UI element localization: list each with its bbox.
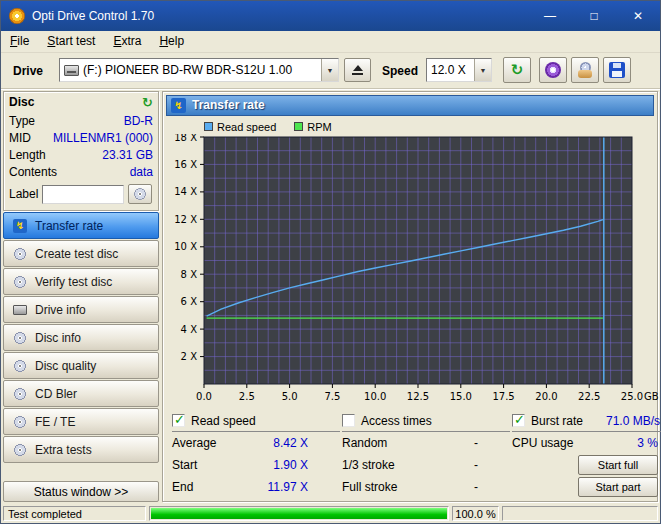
random-value: - xyxy=(406,436,478,450)
transfer-rate-icon: ↯ xyxy=(171,98,186,113)
menu-item-start-test[interactable]: Start test xyxy=(38,31,104,52)
burn-disc-button[interactable] xyxy=(571,57,599,83)
app-icon xyxy=(9,8,25,24)
start-value: 1.90 X xyxy=(236,458,308,472)
random-row: Random - xyxy=(342,436,510,450)
svg-text:6 X: 6 X xyxy=(181,296,198,307)
disc-field-length: Length 23.31 GB xyxy=(9,146,153,163)
window-title: Opti Drive Control 1.70 xyxy=(32,9,154,23)
progress-fill xyxy=(151,508,447,519)
disc-icon xyxy=(134,188,146,200)
disc-icon xyxy=(13,275,27,289)
sidebar-item-create-test-disc[interactable]: Create test disc xyxy=(3,240,159,267)
field-value: BD-R xyxy=(124,114,153,128)
sidebar-item-label: Verify test disc xyxy=(35,275,112,289)
menu-item-extra[interactable]: Extra xyxy=(104,31,150,52)
close-button[interactable]: ✕ xyxy=(616,1,660,31)
field-value: 23.31 GB xyxy=(102,148,153,162)
sidebar-item-label: Disc info xyxy=(35,331,81,345)
cpu-usage-value: 3 % xyxy=(637,436,658,450)
eject-icon xyxy=(352,65,363,75)
svg-text:14 X: 14 X xyxy=(174,187,197,198)
start-full-button[interactable]: Start full xyxy=(578,455,658,475)
chevron-down-icon[interactable]: ▼ xyxy=(321,59,338,81)
disc-icon xyxy=(13,387,27,401)
drive-icon xyxy=(13,305,27,315)
statusbar: Test completed 100.0 % xyxy=(1,504,660,523)
svg-text:8 X: 8 X xyxy=(181,269,198,280)
read-speed-checkbox[interactable] xyxy=(172,414,185,427)
field-value[interactable]: data xyxy=(130,165,153,179)
field-label: MID xyxy=(9,131,31,145)
refresh-drives-button[interactable]: ↻ xyxy=(503,57,531,83)
burst-rate-checkbox[interactable] xyxy=(512,414,525,427)
speed-combobox-value: 12.0 X xyxy=(427,63,474,77)
chart-legend: Read speed RPM xyxy=(204,121,654,134)
transfer-rate-icon: ↯ xyxy=(13,219,27,233)
drive-combobox[interactable]: (F:) PIONEER BD-RW BDR-S12U 1.00 ▼ xyxy=(59,58,339,82)
minimize-button[interactable]: — xyxy=(528,1,572,31)
sidebar-item-label: Extra tests xyxy=(35,443,92,457)
svg-text:0.0: 0.0 xyxy=(196,391,212,402)
end-row: End 11.97 X xyxy=(172,480,340,494)
progress-bar xyxy=(149,506,449,521)
sidebar-item-verify-test-disc[interactable]: Verify test disc xyxy=(3,268,159,295)
svg-text:18 X: 18 X xyxy=(174,134,197,143)
checkbox-label: Read speed xyxy=(191,414,256,428)
results-grid: Read speed Access times Burst rate 71.0 … xyxy=(166,410,654,498)
checkbox-label: Access times xyxy=(361,414,432,428)
svg-text:10.0: 10.0 xyxy=(364,391,386,402)
sidebar-item-transfer-rate[interactable]: ↯ Transfer rate xyxy=(3,212,159,239)
svg-text:2.5: 2.5 xyxy=(239,391,255,402)
toolbar: Drive (F:) PIONEER BD-RW BDR-S12U 1.00 ▼… xyxy=(1,53,660,89)
purple-disc-icon xyxy=(545,62,561,78)
sidebar-item-disc-quality[interactable]: Disc quality xyxy=(3,352,159,379)
stat-label: Random xyxy=(342,436,406,450)
status-window-button[interactable]: Status window >> xyxy=(3,481,159,502)
sidebar-item-label: FE / TE xyxy=(35,415,75,429)
access-times-checkbox[interactable] xyxy=(342,414,355,427)
drive-combobox-value: (F:) PIONEER BD-RW BDR-S12U 1.00 xyxy=(79,63,321,77)
burst-rate-checkbox-row: Burst rate 71.0 MB/s xyxy=(512,412,661,432)
svg-text:10 X: 10 X xyxy=(174,242,197,253)
drive-icon xyxy=(64,65,79,76)
disc-label-input[interactable] xyxy=(42,185,124,204)
access-times-checkbox-row: Access times xyxy=(342,412,510,432)
legend-item-read-speed: Read speed xyxy=(204,121,276,133)
sidebar-item-cd-bler[interactable]: CD Bler xyxy=(3,380,159,407)
sidebar-item-drive-info[interactable]: Drive info xyxy=(3,296,159,323)
field-label: Contents xyxy=(9,165,57,179)
sidebar-item-fe-te[interactable]: FE / TE xyxy=(3,408,159,435)
sidebar-item-disc-info[interactable]: Disc info xyxy=(3,324,159,351)
average-value: 8.42 X xyxy=(236,436,308,450)
left-panel: Disc ↻ Type BD-R MID MILLENMR1 (000) Len… xyxy=(1,89,161,504)
stat-label: Start xyxy=(172,458,236,472)
svg-text:12.5: 12.5 xyxy=(407,391,429,402)
menu-item-file[interactable]: File xyxy=(1,31,38,52)
start-row: Start 1.90 X xyxy=(172,458,340,472)
svg-text:20.0: 20.0 xyxy=(535,391,557,402)
svg-text:15.0: 15.0 xyxy=(450,391,472,402)
disc-field-type: Type BD-R xyxy=(9,112,153,129)
menu-item-help[interactable]: Help xyxy=(150,31,193,52)
read-speed-swatch xyxy=(204,122,213,131)
maximize-button[interactable]: □ xyxy=(572,1,616,31)
speed-combobox[interactable]: 12.0 X ▼ xyxy=(426,58,492,82)
stat-label: Full stroke xyxy=(342,480,406,494)
stat-label: End xyxy=(172,480,236,494)
status-window-label: Status window >> xyxy=(34,485,129,499)
write-label-button[interactable] xyxy=(128,184,152,204)
disc-field-mid: MID MILLENMR1 (000) xyxy=(9,129,153,146)
refresh-disc-icon[interactable]: ↻ xyxy=(142,96,153,109)
checkbox-label: Burst rate xyxy=(531,414,583,428)
main-header: ↯ Transfer rate xyxy=(166,95,654,116)
save-button[interactable] xyxy=(603,57,631,83)
save-icon xyxy=(609,62,625,78)
disc-field-contents: Contents data xyxy=(9,163,153,180)
disc-tools-button[interactable] xyxy=(539,57,567,83)
chevron-down-icon[interactable]: ▼ xyxy=(474,59,491,81)
burst-rate-value: 71.0 MB/s xyxy=(606,414,661,428)
eject-button[interactable] xyxy=(344,58,371,82)
start-part-button[interactable]: Start part xyxy=(578,477,658,497)
sidebar-item-extra-tests[interactable]: Extra tests xyxy=(3,436,159,463)
